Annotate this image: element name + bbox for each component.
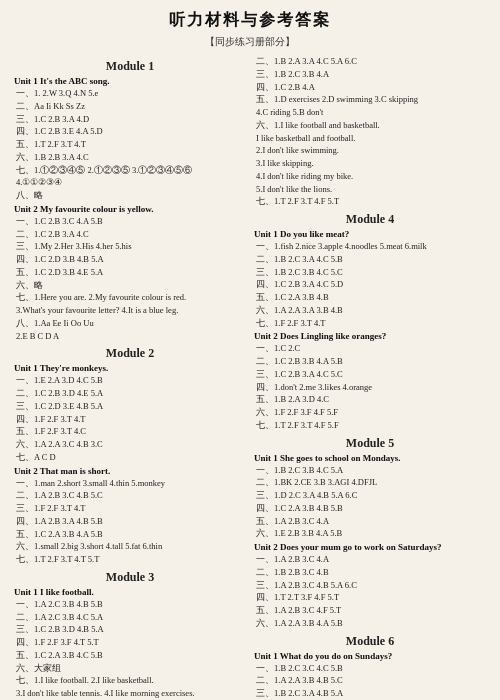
unit-title: Unit 1 Do you like meat? — [254, 229, 486, 239]
content-line: 四、1.C 2.B 3.A 4.C 5.D — [254, 278, 486, 291]
content-line: 七、1.F 2.F 3.T 4.T — [254, 317, 486, 330]
content-line: 5.I don't like the lions. — [254, 183, 486, 196]
content-line: 七、1.T 2.F 3.T 4.F 5.F — [254, 419, 486, 432]
content-line: 一、1.B 2.C 3.B 4.C 5.A — [254, 464, 486, 477]
content-line: 二、1.C 2.B 3.D 4.E 5.A — [14, 387, 246, 400]
unit-title: Unit 1 They're monkeys. — [14, 363, 246, 373]
content-line: 四、1.C 2.D 3.B 4.B 5.A — [14, 253, 246, 266]
content-line: 一、1.C 2.B 3.C 4.A 5.B — [14, 215, 246, 228]
module-title: Module 4 — [254, 212, 486, 227]
content-line: 五、1.C 2.A 3.B 4.A 5.B — [14, 528, 246, 541]
content-line: 一、1.C 2.C — [254, 342, 486, 355]
content-line: 4.①①②③④ — [14, 176, 246, 189]
content-line: 五、1.F 2.F 3.T 4.C — [14, 425, 246, 438]
content-line: 四、1.C 2.A 3.B 4.B 5.B — [254, 502, 486, 515]
content-line: 六、大家组 — [14, 662, 246, 675]
content-line: 七、1.I like football. 2.I like basketball… — [14, 674, 246, 687]
content-line: 二、1.A 2.A 3.B 4.B 5.C — [254, 674, 486, 687]
content-line: 四、1.C 2.B 4.A — [254, 81, 486, 94]
content-line: 4.I don't like riding my bike. — [254, 170, 486, 183]
page-subtitle: 【同步练习册部分】 — [14, 35, 486, 49]
content-line: 三、1.B 2.C 3.A 4.B 5.A — [254, 687, 486, 700]
module-title: Module 2 — [14, 346, 246, 361]
content-line: 七、A C D — [14, 451, 246, 464]
content-line: 八、略 — [14, 189, 246, 202]
content-line: 三、1.C 2.B 3.A 4.C 5.C — [254, 368, 486, 381]
content-line: 五、1.C 2.D 3.B 4.E 5.A — [14, 266, 246, 279]
unit-title: Unit 1 What do you do on Sundays? — [254, 651, 486, 661]
content-line: 4.C riding 5.B don't — [254, 106, 486, 119]
content-line: 二、1.B 2.C 3.A 4.C 5.B — [254, 253, 486, 266]
module-title: Module 1 — [14, 59, 246, 74]
content-line: 二、1.B 2.A 3.A 4.C 5.A 6.C — [254, 55, 486, 68]
content-line: 六、1.I like football and basketball. — [254, 119, 486, 132]
content-line: 二、1.BK 2.CE 3.B 3.AGI 4.DFJL — [254, 476, 486, 489]
content-line: 七、1.T 2.F 3.T 4.F 5.T — [254, 195, 486, 208]
content-line: 一、1. 2.W 3.Q 4.N 5.e — [14, 87, 246, 100]
module-title: Module 6 — [254, 634, 486, 649]
content-line: 六、1.A 2.A 3.C 4.B 3.C — [14, 438, 246, 451]
content-line: 一、1.E 2.A 3.D 4.C 5.B — [14, 374, 246, 387]
right-column: 二、1.B 2.A 3.A 4.C 5.A 6.C三、1.B 2.C 3.B 4… — [254, 55, 486, 700]
content-line: 六、1.small 2.big 3.short 4.tall 5.fat 6.t… — [14, 540, 246, 553]
left-column: Module 1 Unit 1 It's the ABC song. 一、1. … — [14, 55, 246, 700]
content-line: 六、1.F 2.F 3.F 4.F 5.F — [254, 406, 486, 419]
content-line: 六、1.A 2.A 3.A 3.B 4.B — [254, 304, 486, 317]
unit-title: Unit 2 Does your mum go to work on Satur… — [254, 542, 486, 552]
content-line: 八、1.Aa Ee Ii Oo Uu — [14, 317, 246, 330]
content-line: 五、1.B 2.A 3.D 4.C — [254, 393, 486, 406]
content-line: 3.I don't like table tennis. 4.I like mo… — [14, 687, 246, 700]
content-line: 四、1.F 2.F 3.T 4.T — [14, 413, 246, 426]
content-line: 一、1.B 2.C 3.C 4.C 5.B — [254, 662, 486, 675]
content-line: 三、1.C 2.D 3.E 4.B 5.A — [14, 400, 246, 413]
content-line: 三、1.My 2.Her 3.His 4.her 5.his — [14, 240, 246, 253]
content-line: 六、1.A 2.A 3.B 4.A 5.B — [254, 617, 486, 630]
content-line: 二、1.C 2.B 3.A 4.C — [14, 228, 246, 241]
module-title: Module 3 — [14, 570, 246, 585]
content-line: 一、1.fish 2.nice 3.apple 4.noodles 5.meat… — [254, 240, 486, 253]
content-line: 二、1.C 2.B 3.B 4.A 5.B — [254, 355, 486, 368]
content-line: 二、1.A 2.B 3.C 4.B 5.C — [14, 489, 246, 502]
content-line: 七、1.Here you are. 2.My favourite colour … — [14, 291, 246, 304]
content-line: 四、1.T 2.T 3.F 4.F 5.T — [254, 591, 486, 604]
unit-title: Unit 2 My favourite colour is yellow. — [14, 204, 246, 214]
unit-title: Unit 1 It's the ABC song. — [14, 76, 246, 86]
module-title: Module 5 — [254, 436, 486, 451]
content-line: 三、1.B 2.C 3.B 4.C 5.C — [254, 266, 486, 279]
content-line: 七、1.①②③④⑤ 2.①②③⑤ 3.①②③④⑤⑥ — [14, 164, 246, 177]
content-line: 四、1.don't 2.me 3.likes 4.orange — [254, 381, 486, 394]
content-line: 三、1.C 2.B 3.D 4.B 5.A — [14, 623, 246, 636]
content-line: 四、1.C 2.B 3.E 4.A 5.D — [14, 125, 246, 138]
content-line: 三、1.D 2.C 3.A 4.B 5.A 6.C — [254, 489, 486, 502]
content-line: 四、1.F 2.F 3.F 4.T 5.T — [14, 636, 246, 649]
unit-title: Unit 1 She goes to school on Mondays. — [254, 453, 486, 463]
content-line: 一、1.A 2.C 3.B 4.B 5.B — [14, 598, 246, 611]
content-line: 三、1.C 2.B 3.A 4.D — [14, 113, 246, 126]
unit-title: Unit 2 That man is short. — [14, 466, 246, 476]
content-line: 六、1.B 2.B 3.A 4.C — [14, 151, 246, 164]
content-line: 三、1.B 2.C 3.B 4.A — [254, 68, 486, 81]
content-line: 二、Aa Ii Kk Ss Zz — [14, 100, 246, 113]
content-line: 七、1.T 2.F 3.T 4.T 5.T — [14, 553, 246, 566]
content-line: 3.I like skipping. — [254, 157, 486, 170]
content-line: I like basketball and football. — [254, 132, 486, 145]
content-line: 四、1.A 2.B 3.A 4.B 5.B — [14, 515, 246, 528]
content-line: 一、1.man 2.short 3.small 4.thin 5.monkey — [14, 477, 246, 490]
content-line: 五、1.C 2.A 3.B 4.B — [254, 291, 486, 304]
page-title: 听力材料与参考答案 — [14, 10, 486, 31]
content-line: 三、1.F 2.F 3.T 4.T — [14, 502, 246, 515]
content-line: 五、1.D exercises 2.D swimming 3.C skippin… — [254, 93, 486, 106]
content-line: 二、1.B 2.B 3.C 4.B — [254, 566, 486, 579]
content-line: 六、1.E 2.B 3.B 4.A 5.B — [254, 527, 486, 540]
unit-title: Unit 1 I like football. — [14, 587, 246, 597]
content-line: 3.What's your favourite letter? 4.It is … — [14, 304, 246, 317]
content-line: 三、1.A 2.B 3.C 4.B 5.A 6.C — [254, 579, 486, 592]
content-line: 六、略 — [14, 279, 246, 292]
content-line: 五、1.A 2.B 3.C 4.F 5.T — [254, 604, 486, 617]
content-line: 五、1.C 2.A 3.B 4.C 5.B — [14, 649, 246, 662]
content-line: 2.E B C D A — [14, 330, 246, 343]
content-line: 2.I don't like swimming. — [254, 144, 486, 157]
content-line: 二、1.A 2.C 3.B 4.C 5.A — [14, 611, 246, 624]
content-line: 五、1.A 2.B 3.C 4.A — [254, 515, 486, 528]
content-line: 五、1.T 2.F 3.T 4.T — [14, 138, 246, 151]
